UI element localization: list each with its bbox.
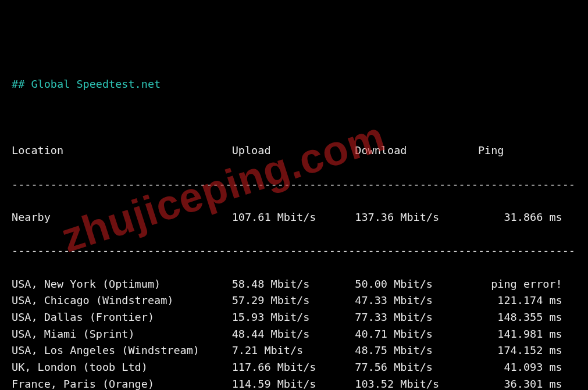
table-header: Location Upload Download Ping: [12, 142, 576, 159]
blank-line: [12, 109, 576, 126]
divider: ----------------------------------------…: [12, 242, 576, 259]
table-row: USA, New York (Optimum) 58.48 Mbit/s 50.…: [12, 276, 576, 293]
table-row: USA, Miami (Sprint) 48.44 Mbit/s 40.71 M…: [12, 326, 576, 343]
section-title: ## Global Speedtest.net: [12, 78, 161, 90]
nearby-row: Nearby 107.61 Mbit/s 137.36 Mbit/s 31.86…: [12, 209, 576, 226]
divider: ----------------------------------------…: [12, 176, 576, 193]
table-row: USA, Chicago (Windstream) 57.29 Mbit/s 4…: [12, 292, 576, 309]
table-row: UK, London (toob Ltd) 117.66 Mbit/s 77.5…: [12, 359, 576, 376]
speedtest-rows: USA, New York (Optimum) 58.48 Mbit/s 50.…: [12, 276, 576, 390]
table-row: USA, Dallas (Frontier) 15.93 Mbit/s 77.3…: [12, 309, 576, 326]
table-row: France, Paris (Orange) 114.59 Mbit/s 103…: [12, 376, 576, 390]
table-row: USA, Los Angeles (Windstream) 7.21 Mbit/…: [12, 342, 576, 359]
